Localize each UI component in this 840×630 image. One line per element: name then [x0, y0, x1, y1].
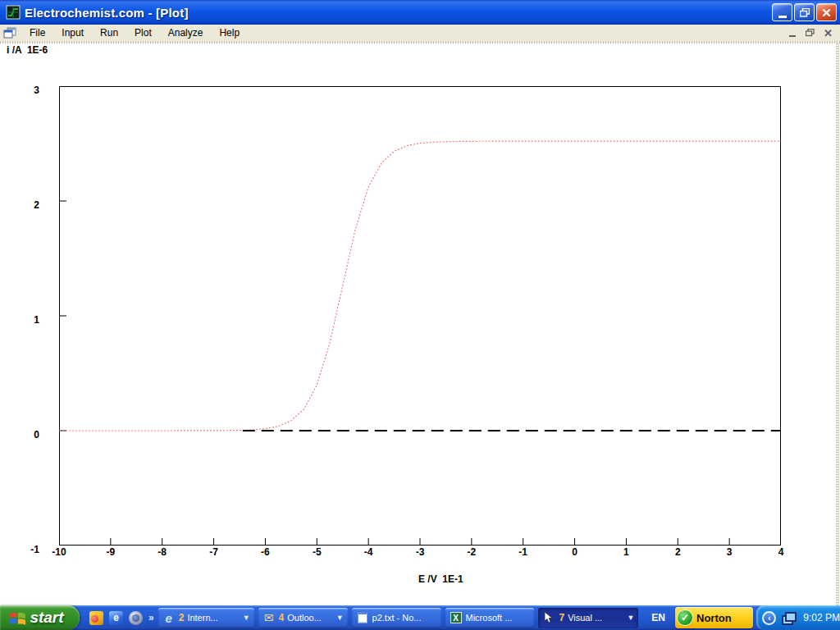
restore-icon [800, 8, 810, 17]
quick-launch-icon-1[interactable] [89, 611, 103, 625]
x-axis-title: E /V 1E-1 [418, 573, 463, 585]
child-close-icon: ✕ [824, 28, 833, 39]
group-dropdown-icon[interactable]: ▼ [625, 614, 634, 622]
menu-analyze[interactable]: Analyze [160, 25, 212, 40]
menu-run[interactable]: Run [92, 25, 126, 40]
x-tick-label: 2 [663, 546, 692, 558]
launch-browser-icon[interactable]: e [109, 611, 123, 625]
visual-pointer-icon [542, 611, 555, 624]
y-tick-label: 1 [11, 314, 39, 326]
x-tick-label: -8 [148, 546, 177, 558]
app-plot-icon [6, 5, 21, 20]
x-tick-label: -1 [509, 546, 538, 558]
menu-plot[interactable]: Plot [126, 25, 160, 40]
y-tick-label: -1 [11, 544, 39, 555]
taskbar-button-label: p2.txt - No... [372, 613, 422, 623]
group-dropdown-icon[interactable]: ▼ [241, 614, 250, 622]
window-count: 2 [179, 612, 185, 623]
restore-button[interactable] [794, 3, 815, 21]
sigmoidal-voltammogram [59, 141, 781, 431]
norton-badge[interactable]: ✓ Norton [675, 607, 753, 628]
title-bar: Electrochemist.com - [Plot] ✕ [0, 0, 840, 25]
x-tick-label: 4 [766, 546, 796, 558]
y-axis-title: i /A 1E-6 [7, 44, 48, 56]
taskbar: start e » e 2 Intern... ▼ ✉ 4 Outloo... … [0, 605, 840, 630]
child-restore-button[interactable] [805, 28, 815, 38]
menu-help[interactable]: Help [211, 25, 248, 40]
taskbar-button-label: Intern... [187, 613, 217, 623]
taskbar-button-visual-active[interactable]: 7 Visual ... ▼ [538, 608, 638, 628]
taskbar-button-label: Visual ... [568, 613, 602, 623]
minimize-icon [778, 16, 787, 18]
x-tick-label: -5 [302, 546, 331, 558]
x-tick-label: 3 [714, 546, 744, 558]
x-tick-label: -9 [96, 546, 126, 558]
child-minimize-button[interactable] [787, 28, 797, 38]
x-tick-label: -6 [250, 546, 280, 558]
windows-logo-icon [9, 610, 26, 626]
menu-input[interactable]: Input [53, 25, 92, 40]
taskbar-button-label: Outloo... [287, 613, 322, 623]
outlook-icon: ✉ [262, 611, 276, 624]
window-controls: ✕ [772, 3, 837, 21]
y-tick-label: 0 [11, 429, 39, 441]
start-button[interactable]: start [0, 605, 80, 630]
media-player-icon[interactable] [129, 611, 143, 625]
taskbar-button-outlook[interactable]: ✉ 4 Outloo... ▼ [258, 608, 348, 628]
window-edge-stipple [836, 43, 839, 605]
excel-icon: X [450, 611, 463, 624]
child-close-button[interactable]: ✕ [823, 28, 833, 38]
group-dropdown-icon[interactable]: ▼ [335, 614, 344, 622]
start-label: start [30, 609, 70, 627]
network-icon[interactable] [782, 612, 797, 623]
menu-file[interactable]: File [21, 25, 53, 40]
child-window-controls: ✕ [787, 28, 840, 38]
quick-launch-bar: e » [89, 611, 154, 625]
norton-label: Norton [696, 612, 732, 624]
language-indicator[interactable]: EN [646, 609, 670, 627]
minimize-button[interactable] [772, 3, 792, 21]
y-tick-label: 3 [11, 84, 39, 96]
taskbar-button-internet-explorer[interactable]: e 2 Intern... ▼ [158, 608, 254, 628]
plot-client-area: i /A 1E-6 -10-9-8-7-6-5-4-3-2-101234-101… [0, 43, 840, 605]
taskbar-button-excel[interactable]: X Microsoft ... [445, 608, 535, 628]
quick-launch-overflow-chevron[interactable]: » [148, 612, 154, 623]
child-window-icon [3, 27, 16, 39]
taskbar-clock[interactable]: 9:02 PM [803, 612, 840, 623]
close-icon: ✕ [821, 7, 832, 19]
menu-bar: File Input Run Plot Analyze Help ✕ [0, 25, 840, 41]
child-restore-icon [806, 29, 815, 37]
window-title: Electrochemist.com - [Plot] [25, 6, 189, 20]
norton-check-icon: ✓ [677, 609, 693, 626]
x-tick-label: 0 [560, 546, 590, 558]
y-tick-label: 2 [11, 199, 39, 211]
x-tick-label: 1 [611, 546, 641, 558]
system-tray: ‹ 9:02 PM [756, 605, 840, 630]
hide-icons-chevron[interactable]: ‹ [762, 611, 776, 625]
notepad-icon [356, 611, 369, 624]
window-count: 4 [279, 612, 285, 623]
x-tick-label: -10 [44, 546, 74, 558]
x-tick-label: -7 [199, 546, 229, 558]
child-minimize-icon [789, 35, 796, 37]
internet-explorer-icon: e [162, 611, 176, 624]
x-tick-label: -3 [405, 546, 435, 558]
window-count: 7 [559, 612, 564, 623]
taskbar-button-label: Microsoft ... [466, 613, 513, 623]
x-tick-label: -2 [457, 546, 486, 558]
close-button[interactable]: ✕ [816, 3, 837, 21]
taskbar-button-notepad[interactable]: p2.txt - No... [352, 608, 441, 628]
plot-svg [59, 86, 781, 546]
x-tick-label: -4 [354, 546, 383, 558]
